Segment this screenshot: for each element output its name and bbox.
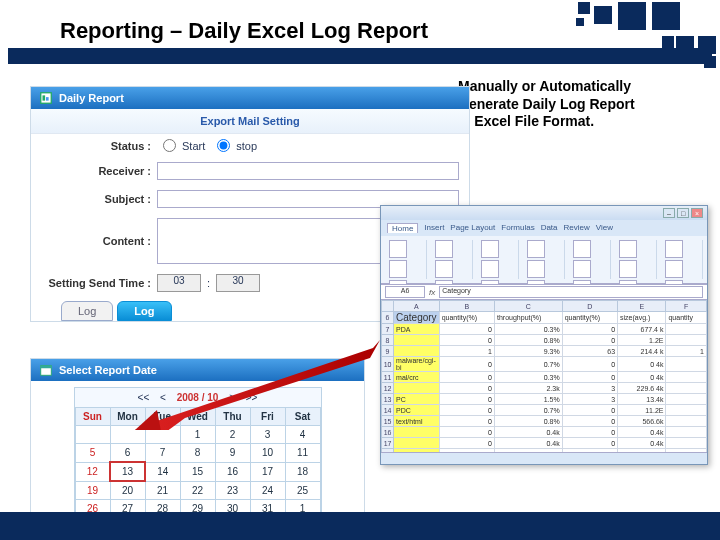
ribbon-button[interactable] — [619, 240, 637, 258]
cell[interactable]: 3 — [562, 394, 617, 405]
cell[interactable]: PDA — [394, 324, 440, 335]
header-cell[interactable]: size(avg.) — [618, 312, 666, 324]
cell[interactable] — [394, 427, 440, 438]
cell[interactable]: 3 — [562, 383, 617, 394]
row-header[interactable]: 10 — [382, 357, 394, 372]
close-button[interactable]: × — [691, 208, 703, 218]
cal-day-cell[interactable]: 2 — [215, 426, 250, 444]
ribbon-button[interactable] — [573, 260, 591, 278]
ribbon-button[interactable] — [527, 260, 545, 278]
cell[interactable] — [394, 335, 440, 346]
row-header[interactable]: 11 — [382, 372, 394, 383]
cell[interactable]: 0 — [439, 438, 494, 449]
row-header[interactable]: 8 — [382, 335, 394, 346]
cell[interactable]: 0 — [439, 416, 494, 427]
cell[interactable]: 0 — [439, 405, 494, 416]
cell[interactable]: 0 — [562, 372, 617, 383]
header-cell[interactable]: quantity(%) — [562, 312, 617, 324]
cal-first-button[interactable]: << — [138, 392, 150, 403]
cal-day-cell[interactable]: 6 — [110, 444, 145, 463]
cell[interactable] — [666, 372, 707, 383]
cell[interactable]: 0.4k — [495, 427, 563, 438]
cell[interactable]: 0.4k — [618, 427, 666, 438]
ribbon-button[interactable] — [435, 260, 453, 278]
cal-day-cell[interactable]: 4 — [285, 426, 320, 444]
status-start-radio[interactable] — [163, 139, 176, 152]
cell[interactable]: 0 4k — [618, 357, 666, 372]
cal-day-cell[interactable]: 15 — [180, 462, 215, 481]
cell[interactable]: 0 — [562, 427, 617, 438]
ribbon-button[interactable] — [665, 260, 683, 278]
ribbon-button[interactable] — [481, 240, 499, 258]
cell[interactable]: 0 — [562, 335, 617, 346]
tab-log-1[interactable]: Log — [61, 301, 113, 321]
cell[interactable]: 1 — [439, 346, 494, 357]
cell[interactable] — [394, 346, 440, 357]
cal-day-cell[interactable]: 18 — [285, 462, 320, 481]
ribbon-button[interactable] — [665, 240, 683, 258]
cal-day-cell[interactable]: 21 — [145, 481, 180, 500]
cell[interactable]: 0.4k — [495, 438, 563, 449]
cell[interactable]: 566.6k — [618, 416, 666, 427]
ribbon-tab[interactable]: Home — [387, 223, 418, 233]
row-header[interactable]: 16 — [382, 427, 394, 438]
cell[interactable] — [394, 383, 440, 394]
cell[interactable] — [666, 416, 707, 427]
col-header[interactable] — [382, 301, 394, 312]
cell[interactable]: 13.4k — [618, 394, 666, 405]
cal-day-cell[interactable]: 3 — [250, 426, 285, 444]
row-header[interactable]: 7 — [382, 324, 394, 335]
ribbon-tab[interactable]: View — [596, 223, 613, 233]
cell[interactable]: 0 — [439, 324, 494, 335]
maximize-button[interactable]: □ — [677, 208, 689, 218]
cell[interactable]: 1.2E — [618, 335, 666, 346]
row-header[interactable]: 17 — [382, 438, 394, 449]
receiver-input[interactable] — [157, 162, 459, 180]
cell[interactable]: 229.6 4k — [618, 383, 666, 394]
cell[interactable] — [666, 383, 707, 394]
cal-day-cell[interactable]: 13 — [110, 462, 145, 481]
cell[interactable]: 63 — [562, 346, 617, 357]
cell[interactable]: 0 — [562, 324, 617, 335]
cell[interactable] — [666, 335, 707, 346]
cell[interactable] — [666, 405, 707, 416]
cell[interactable]: text/html — [394, 416, 440, 427]
col-header[interactable]: E — [618, 301, 666, 312]
cal-day-cell[interactable]: 7 — [145, 444, 180, 463]
header-cell[interactable]: quantity(%) — [439, 312, 494, 324]
row-header[interactable]: 12 — [382, 383, 394, 394]
name-box[interactable]: A6 — [385, 286, 425, 298]
col-header[interactable]: A — [394, 301, 440, 312]
cell[interactable]: 0 — [562, 438, 617, 449]
cell[interactable] — [666, 357, 707, 372]
cal-day-cell[interactable]: 11 — [285, 444, 320, 463]
cell[interactable]: 0.7% — [495, 405, 563, 416]
cal-day-cell[interactable]: 22 — [180, 481, 215, 500]
row-header[interactable]: 15 — [382, 416, 394, 427]
cell[interactable]: 9.3% — [495, 346, 563, 357]
status-stop-radio[interactable] — [217, 139, 230, 152]
spreadsheet-grid[interactable]: ABCDEF6Categoryquantity(%)throughput(%)q… — [381, 300, 707, 452]
cal-day-cell[interactable]: 14 — [145, 462, 180, 481]
cell[interactable]: 1.5% — [495, 394, 563, 405]
cell[interactable] — [394, 438, 440, 449]
cal-last-button[interactable]: >> — [246, 392, 258, 403]
row-header[interactable]: 6 — [382, 312, 394, 324]
cell[interactable]: 2.3k — [495, 383, 563, 394]
cell[interactable]: malware/cgi-bi — [394, 357, 440, 372]
formula-input[interactable]: Category — [439, 286, 703, 298]
cell[interactable]: 0 — [439, 335, 494, 346]
cell[interactable]: mal/crc — [394, 372, 440, 383]
cell[interactable]: 0.4k — [618, 438, 666, 449]
cell[interactable]: 0 — [439, 357, 494, 372]
cell[interactable]: 11.2E — [618, 405, 666, 416]
tab-log-2[interactable]: Log — [117, 301, 171, 321]
cal-day-cell[interactable]: 12 — [75, 462, 110, 481]
cell[interactable]: 0 — [439, 383, 494, 394]
ribbon-button[interactable] — [573, 240, 591, 258]
cell[interactable]: 0 — [439, 394, 494, 405]
cell[interactable] — [666, 438, 707, 449]
cal-day-cell[interactable]: 19 — [75, 481, 110, 500]
ribbon-button[interactable] — [619, 260, 637, 278]
cal-day-cell[interactable]: 25 — [285, 481, 320, 500]
